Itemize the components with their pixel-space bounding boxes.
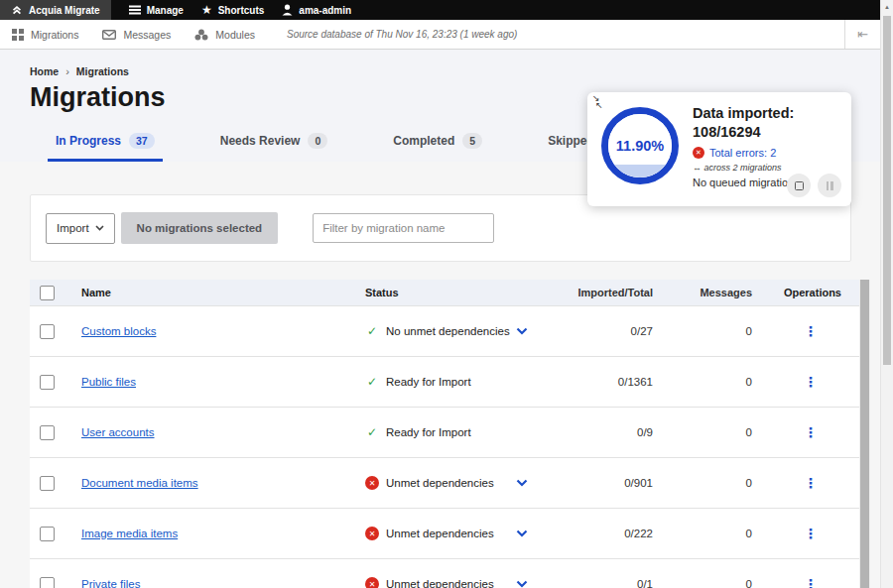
star-icon: ★ [201, 4, 212, 16]
chevron-down-icon[interactable] [516, 327, 528, 335]
check-icon: ✓ [365, 324, 379, 338]
toolbar-item-migrations[interactable]: Migrations [12, 29, 78, 41]
row-checkbox[interactable] [40, 324, 55, 339]
brand-label: Acquia Migrate [29, 5, 100, 16]
chevron-down-icon[interactable] [516, 580, 528, 588]
migration-link[interactable]: User accounts [81, 426, 155, 438]
messages-count: 0 [671, 376, 762, 388]
source-database-note: Source database of Thu Nov 16, 23:23 (1 … [287, 29, 517, 40]
header-messages: Messages [671, 287, 762, 298]
table-row: Image media items ✕ Unmet dependencies 0… [30, 508, 859, 558]
imported-total-value: 0/27 [540, 325, 671, 337]
resize-corner-icon[interactable]: ↘ ↖ [592, 95, 608, 111]
breadcrumb-separator: › [65, 65, 69, 77]
selection-status-button: No migrations selected [121, 212, 279, 244]
data-imported-count: 108/16294 [693, 123, 839, 142]
manage-menu[interactable]: Manage [129, 0, 184, 20]
table-row: Document media items ✕ Unmet dependencie… [30, 457, 859, 508]
import-dropdown-button[interactable]: Import [46, 213, 115, 244]
migration-link[interactable]: Private files [81, 578, 140, 588]
imported-total-value: 0/9 [540, 426, 671, 438]
row-checkbox[interactable] [40, 375, 55, 390]
kebab-menu-icon[interactable]: ⋮ [804, 576, 818, 588]
tab-completed[interactable]: Completed 5 [385, 133, 490, 162]
manage-label: Manage [147, 5, 184, 16]
error-icon: ✕ [365, 476, 379, 490]
collapse-toolbar-button[interactable]: ⇤ [844, 20, 880, 49]
migrations-table: Name Status Imported/Total Messages Oper… [30, 280, 870, 588]
migration-filter-input[interactable] [313, 213, 494, 243]
progress-fill [608, 165, 672, 177]
table-scrollbar-thumb[interactable] [860, 280, 869, 588]
chevron-down-icon[interactable] [516, 529, 528, 537]
modules-icon [194, 29, 208, 41]
total-errors-label: Total errors: 2 [709, 147, 776, 159]
tab-in-progress[interactable]: In Progress 37 [48, 133, 163, 162]
status-text: No unmet dependencies [386, 325, 510, 337]
pause-button[interactable] [818, 174, 841, 197]
breadcrumb-current: Migrations [76, 65, 129, 77]
kebab-menu-icon[interactable]: ⋮ [804, 424, 818, 440]
messages-count: 0 [671, 528, 762, 539]
tab-label: Completed [393, 134, 454, 148]
tab-count-badge: 37 [129, 133, 155, 149]
select-all-checkbox[interactable] [40, 286, 55, 300]
page-scrollbar-thumb[interactable] [883, 16, 891, 365]
acquia-migrate-menu[interactable]: Acquia Migrate [0, 0, 111, 20]
row-checkbox[interactable] [40, 476, 55, 491]
kebab-menu-icon[interactable]: ⋮ [804, 374, 818, 390]
error-icon: ✕ [365, 577, 379, 588]
table-header-row: Name Status Imported/Total Messages Oper… [30, 280, 859, 305]
row-checkbox[interactable] [40, 577, 55, 588]
header-name: Name [81, 287, 365, 298]
modules-label: Modules [215, 29, 255, 41]
breadcrumb-home-link[interactable]: Home [30, 65, 59, 77]
scroll-up-arrow-icon[interactable]: ▲ [881, 0, 893, 10]
status-text: Unmet dependencies [386, 578, 494, 588]
progress-card-buttons [787, 174, 841, 197]
error-icon: ✕ [693, 147, 704, 159]
stop-icon [795, 181, 804, 190]
shortcuts-menu[interactable]: ★ Shortcuts [201, 0, 264, 20]
main-content: Import No migrations selected Name Statu… [0, 162, 880, 588]
tab-needs-review[interactable]: Needs Review 0 [212, 133, 336, 162]
status-text: Ready for Import [386, 426, 471, 438]
chevron-down-icon[interactable] [516, 479, 528, 487]
stop-button[interactable] [787, 174, 811, 197]
header-imported-total: Imported/Total [540, 287, 671, 298]
envelope-icon [102, 30, 116, 40]
messages-label: Messages [123, 29, 171, 41]
page-scrollbar[interactable]: ▲ [880, 0, 893, 588]
table-scrollbar[interactable] [859, 280, 870, 588]
admin-bar: Acquia Migrate Manage ★ Shortcuts ama-ad… [0, 0, 880, 20]
total-errors-link[interactable]: ✕ Total errors: 2 [693, 147, 839, 159]
migration-link[interactable]: Document media items [81, 477, 198, 489]
table-row: User accounts ✓ Ready for Import 0/9 0 ⋮ [30, 407, 859, 457]
migration-link[interactable]: Custom blocks [81, 325, 156, 337]
collapse-left-icon: ⇤ [857, 27, 868, 42]
check-icon: ✓ [365, 425, 379, 439]
row-checkbox[interactable] [40, 425, 55, 440]
kebab-menu-icon[interactable]: ⋮ [804, 475, 818, 491]
table-row: Public files ✓ Ready for Import 0/1361 0… [30, 356, 859, 407]
user-label: ama-admin [299, 5, 351, 16]
toolbar-item-messages[interactable]: Messages [102, 29, 171, 41]
arrow-nw-icon: ↖ [595, 100, 603, 110]
row-checkbox[interactable] [40, 527, 55, 541]
migrations-label: Migrations [31, 29, 78, 41]
kebab-menu-icon[interactable]: ⋮ [804, 526, 818, 541]
migration-link[interactable]: Image media items [81, 528, 178, 539]
migration-link[interactable]: Public files [81, 376, 136, 388]
breadcrumb: Home › Migrations [30, 65, 880, 77]
imported-total-value: 0/901 [540, 477, 671, 489]
tab-count-badge: 0 [308, 133, 327, 149]
status-text: Ready for Import [386, 376, 471, 388]
across-arrow-icon: ↔ [693, 163, 702, 173]
user-menu[interactable]: ama-admin [282, 0, 351, 20]
toolbar-item-modules[interactable]: Modules [194, 29, 255, 41]
kebab-menu-icon[interactable]: ⋮ [804, 323, 818, 339]
secondary-toolbar: Migrations Messages Modules Source datab… [0, 20, 880, 50]
status-text: Unmet dependencies [386, 528, 494, 539]
progress-ring: 11.90% [601, 107, 679, 184]
status-text: Unmet dependencies [386, 477, 494, 489]
